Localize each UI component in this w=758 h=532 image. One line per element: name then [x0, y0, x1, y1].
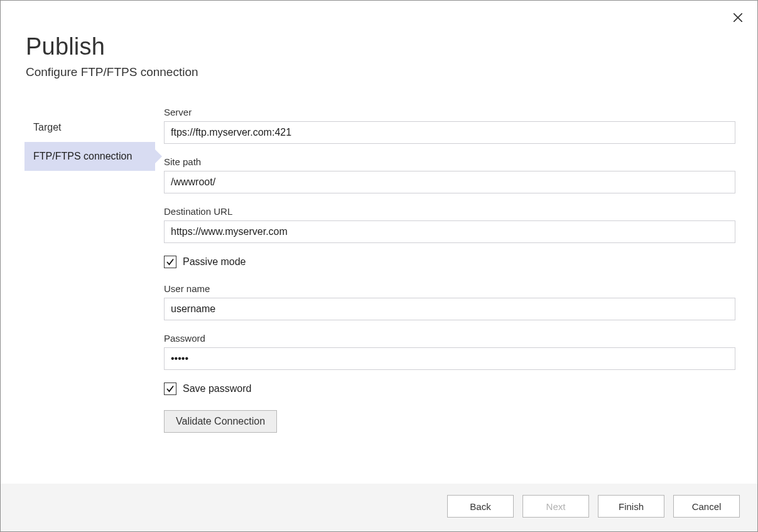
desturl-input[interactable]	[164, 220, 735, 243]
passive-checkbox[interactable]	[164, 256, 176, 268]
dialog-title: Publish	[26, 33, 732, 60]
back-button[interactable]: Back	[447, 495, 514, 518]
password-input[interactable]	[164, 347, 735, 370]
publish-dialog: Publish Configure FTP/FTPS connection Ta…	[0, 0, 758, 532]
next-button: Next	[522, 495, 589, 518]
checkmark-icon	[166, 258, 175, 266]
password-label: Password	[164, 333, 740, 344]
wizard-sidebar: Target FTP/FTPS connection	[1, 104, 163, 484]
server-block: Server	[164, 107, 740, 144]
passive-row: Passive mode	[164, 256, 740, 268]
desturl-label: Destination URL	[164, 206, 740, 217]
password-block: Password	[164, 333, 740, 370]
savepw-row: Save password	[164, 383, 740, 395]
server-label: Server	[164, 107, 740, 117]
sitepath-input[interactable]	[164, 171, 735, 193]
ftp-form: Server Site path Destination URL Passive…	[163, 104, 740, 484]
sidebar-item-ftp-connection[interactable]: FTP/FTPS connection	[24, 142, 155, 171]
sidebar-item-target[interactable]: Target	[24, 113, 155, 142]
sitepath-block: Site path	[164, 156, 740, 193]
savepw-checkbox[interactable]	[164, 383, 176, 395]
username-input[interactable]	[164, 298, 735, 320]
passive-label: Passive mode	[183, 256, 246, 268]
dialog-footer: Back Next Finish Cancel	[1, 484, 757, 531]
desturl-block: Destination URL	[164, 206, 740, 243]
username-label: User name	[164, 283, 740, 294]
dialog-body: Target FTP/FTPS connection Server Site p…	[1, 79, 757, 484]
dialog-header: Publish Configure FTP/FTPS connection	[1, 1, 757, 79]
server-input[interactable]	[164, 121, 735, 144]
sitepath-label: Site path	[164, 156, 740, 167]
cancel-button[interactable]: Cancel	[673, 495, 740, 518]
checkmark-icon	[166, 384, 175, 393]
dialog-subtitle: Configure FTP/FTPS connection	[26, 65, 732, 79]
close-icon	[734, 13, 742, 22]
username-block: User name	[164, 283, 740, 320]
sidebar-item-label: Target	[33, 122, 61, 133]
finish-button[interactable]: Finish	[598, 495, 664, 518]
validate-connection-button[interactable]: Validate Connection	[164, 410, 277, 433]
close-button[interactable]	[730, 9, 746, 26]
sidebar-item-label: FTP/FTPS connection	[33, 151, 132, 161]
savepw-label: Save password	[183, 383, 251, 394]
